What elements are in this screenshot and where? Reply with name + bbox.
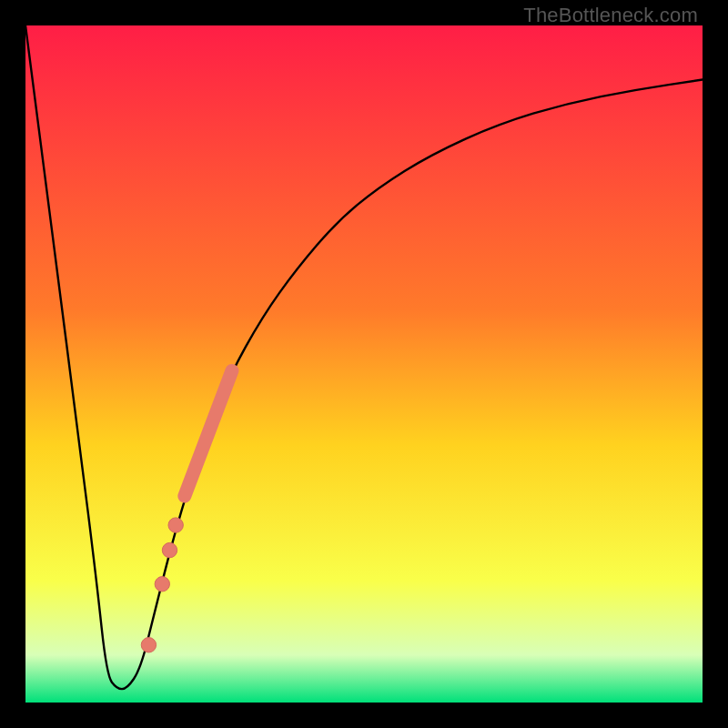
watermark-text: TheBottleneck.com (523, 4, 698, 27)
chart-plot-area (25, 25, 703, 703)
marker-point (168, 518, 183, 532)
marker-point (141, 638, 156, 652)
marker-point (162, 542, 177, 557)
marker-point (155, 577, 169, 592)
outer-frame: TheBottleneck.com (0, 0, 728, 728)
chart-svg (25, 25, 703, 703)
gradient-background (25, 25, 703, 703)
